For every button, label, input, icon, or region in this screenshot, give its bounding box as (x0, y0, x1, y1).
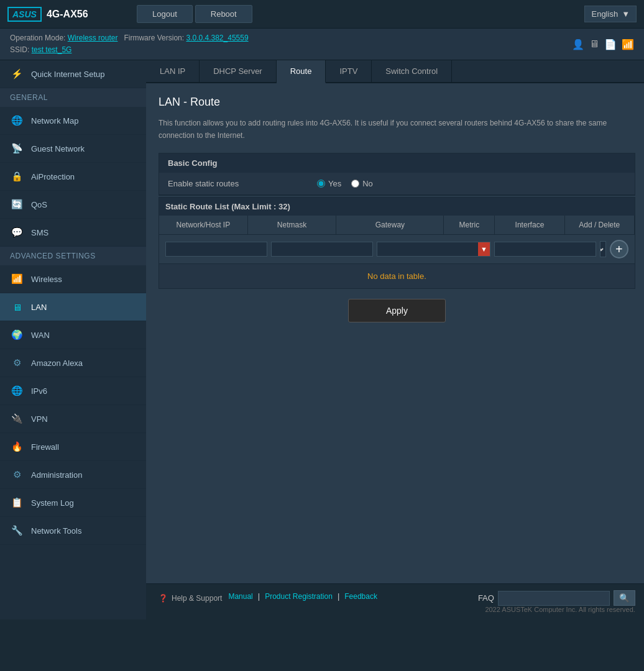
radio-no[interactable] (351, 180, 359, 188)
apply-button-wrap: Apply (159, 299, 635, 322)
apply-button[interactable]: Apply (348, 299, 446, 322)
col-network-host-ip: Network/Host IP (159, 216, 248, 234)
manual-link[interactable]: Manual (228, 592, 252, 601)
sidebar-item-label: Guest Network (31, 144, 85, 153)
sidebar-item-label: Firewall (31, 442, 59, 452)
sidebar-item-amazon-alexa[interactable]: ⚙ Amazon Alexa (0, 349, 146, 377)
sidebar-item-qos[interactable]: 🔄 QoS (0, 191, 146, 219)
basic-config-section: Basic Config Enable static routes Yes No (159, 153, 635, 196)
sidebar: ⚡ Quick Internet Setup General 🌐 Network… (0, 60, 146, 619)
radio-yes-label[interactable]: Yes (317, 179, 341, 188)
add-button-wrap: + (610, 240, 628, 258)
operation-mode-value[interactable]: Wireless router (68, 34, 118, 42)
col-gateway: Gateway (336, 216, 444, 234)
gateway-dropdown-button[interactable]: ▼ (478, 242, 490, 257)
tab-switch-control[interactable]: Switch Control (372, 60, 452, 82)
sidebar-item-quick-setup[interactable]: ⚡ Quick Internet Setup (0, 60, 146, 88)
product-reg-link[interactable]: Product Registration (265, 592, 333, 601)
interface-wrap: LAN WAN (600, 241, 606, 257)
admin-icon: ⚙ (10, 468, 24, 482)
asus-logo: ASUS (7, 7, 42, 22)
sidebar-item-label: LAN (31, 303, 47, 312)
user-icon[interactable]: 👤 (572, 39, 584, 50)
ssid-value[interactable]: test test_5G (32, 45, 72, 54)
chevron-down-icon: ▼ (622, 9, 630, 19)
sidebar-item-sms[interactable]: 💬 SMS (0, 219, 146, 247)
faq-search-button[interactable]: 🔍 (614, 590, 635, 606)
input-metric[interactable] (494, 242, 596, 257)
no-data-message: No data in table. (159, 264, 635, 288)
input-gateway[interactable] (377, 242, 478, 257)
tab-iptv[interactable]: IPTV (326, 60, 372, 82)
help-icon: ❓ (159, 594, 168, 603)
sidebar-item-label: AiProtection (31, 172, 75, 181)
sidebar-item-vpn[interactable]: 🔌 VPN (0, 405, 146, 433)
sidebar-item-wan[interactable]: 🌍 WAN (0, 321, 146, 349)
sidebar-item-guest-network[interactable]: 📡 Guest Network (0, 135, 146, 163)
page-content: LAN - Route This function allows you to … (146, 83, 644, 583)
firewall-icon: 🔥 (10, 440, 24, 454)
sidebar-item-aiprotection[interactable]: 🔒 AiProtection (0, 163, 146, 191)
wireless-icon: 📶 (10, 272, 24, 286)
feedback-link[interactable]: Feedback (344, 592, 377, 601)
tab-bar: LAN IP DHCP Server Route IPTV Switch Con… (146, 60, 644, 83)
signal-icon[interactable]: 📶 (622, 39, 634, 50)
table-column-headers: Network/Host IP Netmask Gateway Metric I… (159, 216, 635, 235)
input-network-host-ip[interactable] (165, 242, 267, 257)
logo-area: ASUS 4G-AX56 (7, 7, 119, 22)
lan-icon: 🖥 (10, 300, 24, 314)
monitor-icon[interactable]: 🖥 (589, 39, 599, 50)
globe-icon: 🌐 (10, 114, 24, 127)
sidebar-item-label: Amazon Alexa (31, 358, 83, 368)
sidebar-item-ipv6[interactable]: 🌐 IPv6 (0, 377, 146, 405)
enable-static-routes-label: Enable static routes (168, 179, 317, 188)
basic-config-header: Basic Config (159, 153, 635, 173)
lock-icon: 🔒 (10, 170, 24, 183)
page-title: LAN - Route (159, 96, 635, 109)
sidebar-item-lan[interactable]: 🖥 LAN (0, 293, 146, 321)
sidebar-item-network-tools[interactable]: 🔧 Network Tools (0, 517, 146, 545)
model-name: 4G-AX56 (47, 9, 88, 20)
input-netmask[interactable] (271, 242, 373, 257)
sidebar-item-label: Network Map (31, 116, 79, 126)
col-interface: Interface (495, 216, 564, 234)
copyright-text: 2022 ASUSTeK Computer Inc. All rights re… (159, 606, 635, 613)
sidebar-item-wireless[interactable]: 📶 Wireless (0, 265, 146, 293)
wifi-icon: 📡 (10, 142, 24, 155)
document-icon[interactable]: 📄 (604, 39, 617, 50)
static-routes-radio-group: Yes No (317, 179, 373, 188)
sidebar-item-firewall[interactable]: 🔥 Firewall (0, 433, 146, 461)
col-metric: Metric (444, 216, 495, 234)
wan-icon: 🌍 (10, 328, 24, 342)
tab-route[interactable]: Route (277, 60, 326, 83)
sidebar-item-label: IPv6 (31, 386, 47, 396)
sidebar-item-system-log[interactable]: 📋 System Log (0, 489, 146, 517)
firmware-value[interactable]: 3.0.0.4.382_45559 (186, 34, 248, 42)
setup-icon: ⚡ (10, 67, 24, 81)
faq-search-input[interactable] (498, 591, 610, 606)
tab-lan-ip[interactable]: LAN IP (146, 60, 200, 82)
content-area: LAN IP DHCP Server Route IPTV Switch Con… (146, 60, 644, 619)
tab-dhcp-server[interactable]: DHCP Server (200, 60, 277, 82)
col-add-delete: Add / Delete (565, 216, 635, 234)
sidebar-item-label: Network Tools (31, 526, 81, 536)
reboot-button[interactable]: Reboot (195, 5, 252, 23)
ssid-label: SSID: (10, 45, 29, 54)
sidebar-item-network-map[interactable]: 🌐 Network Map (0, 107, 146, 135)
radio-no-text: No (362, 179, 373, 188)
sidebar-item-label: SMS (31, 228, 48, 237)
footer-links-row: ❓ Help & Support Manual | Product Regist… (159, 590, 635, 606)
info-text: Operation Mode: Wireless router Firmware… (10, 32, 249, 56)
sidebar-item-label: VPN (31, 414, 48, 424)
radio-no-label[interactable]: No (351, 179, 373, 188)
logout-button[interactable]: Logout (137, 5, 193, 23)
static-route-table: Static Route List (Max Limit : 32) Netwo… (159, 197, 635, 289)
radio-yes-text: Yes (328, 179, 341, 188)
language-selector[interactable]: English ▼ (584, 6, 637, 22)
sidebar-item-administration[interactable]: ⚙ Administration (0, 461, 146, 489)
sms-icon: 💬 (10, 226, 24, 239)
interface-select[interactable]: LAN WAN (600, 241, 606, 257)
sidebar-item-label: System Log (31, 498, 74, 508)
add-route-button[interactable]: + (610, 240, 628, 258)
radio-yes[interactable] (317, 180, 325, 188)
